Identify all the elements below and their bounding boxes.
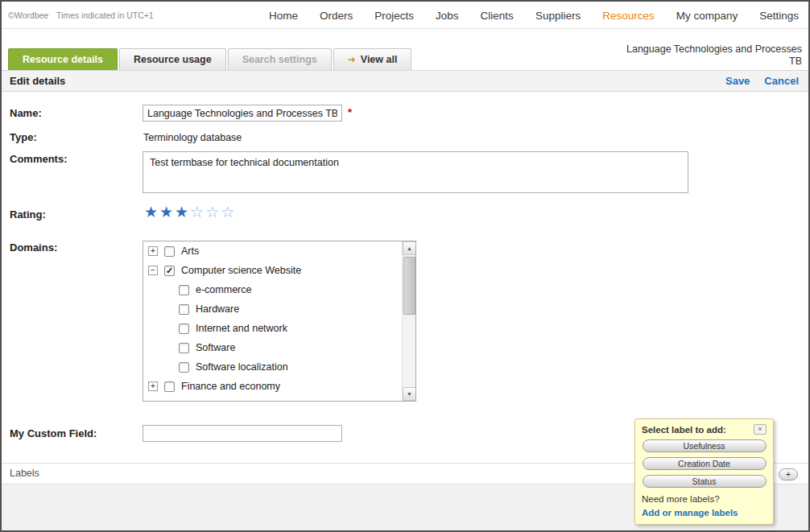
section-title: Edit details (10, 75, 65, 87)
tree-row-finance-and-economy[interactable]: + Finance and economy (143, 377, 402, 396)
tree-row-hardware[interactable]: Hardware (143, 299, 402, 319)
name-label: Name: (10, 107, 42, 119)
brand-text: ©Wordbee (8, 10, 48, 20)
add-label-button[interactable]: + (779, 468, 798, 480)
scroll-up-icon[interactable]: ▲ (403, 241, 416, 255)
tab-strip: Resource details Resource usage Search s… (8, 48, 411, 70)
label-option-creation-date[interactable]: Creation Date (643, 457, 767, 470)
checkbox[interactable] (179, 324, 189, 334)
collapse-icon[interactable]: − (148, 266, 158, 275)
tree-row-label: Internet and network (196, 323, 287, 334)
nav-item-home[interactable]: Home (269, 10, 298, 22)
popup-header: Select label to add: × (642, 424, 767, 435)
checkbox[interactable] (179, 304, 189, 315)
tree-row-software[interactable]: Software (143, 338, 402, 357)
tree-row-clipped[interactable]: + (143, 396, 402, 402)
close-icon[interactable]: × (754, 424, 767, 435)
tree-row-software-localization[interactable]: Software localization (143, 357, 402, 377)
tree-row-ecommerce[interactable]: e-commerce (143, 280, 402, 299)
edit-details-bar: Edit details Save Cancel (2, 70, 808, 92)
tree-row-label: e-commerce (196, 284, 251, 295)
tree-scrollbar[interactable]: ▲ ▼ (402, 241, 415, 401)
checkbox[interactable] (164, 401, 175, 402)
required-asterisk: * (348, 106, 352, 118)
cancel-button[interactable]: Cancel (764, 75, 799, 87)
checkbox[interactable] (179, 285, 189, 295)
checkbox[interactable] (179, 362, 189, 373)
tab-resource-usage[interactable]: Resource usage (119, 48, 226, 70)
domains-label: Domains: (10, 241, 57, 254)
tab-search-settings: Search settings (228, 48, 332, 70)
custom-field-label: My Custom Field: (10, 427, 97, 439)
nav-item-settings[interactable]: Settings (759, 10, 799, 22)
checkbox[interactable] (164, 246, 175, 257)
rating-label: Rating: (10, 208, 46, 221)
nav-item-resources[interactable]: Resources (602, 10, 655, 22)
label-picker-popup: Select label to add: × Usefulness Creati… (634, 419, 774, 525)
top-bar: ©Wordbee Times indicated in UTC+1 Home O… (2, 2, 808, 29)
tab-resource-details[interactable]: Resource details (8, 48, 118, 70)
tree-row-label: Computer science Website (181, 265, 301, 276)
tab-view-all-label: View all (361, 54, 398, 65)
timezone-note: Times indicated in UTC+1 (56, 10, 154, 20)
nav-item-my-company[interactable]: My company (676, 10, 738, 22)
checkbox[interactable] (179, 343, 189, 353)
checkbox-checked[interactable]: ✓ (164, 266, 175, 276)
tree-row-arts[interactable]: + Arts (143, 241, 402, 261)
label-option-status[interactable]: Status (643, 475, 767, 488)
manage-labels-link[interactable]: Add or manage labels (642, 508, 767, 518)
custom-field-input[interactable] (143, 425, 342, 442)
domains-tree-rows: + Arts − ✓ Computer science Website e-co… (143, 241, 402, 402)
name-input[interactable] (143, 105, 342, 122)
type-value: Terminology database (143, 132, 242, 143)
tree-row-label: Arts (181, 245, 199, 257)
scrollbar-thumb[interactable] (403, 257, 415, 315)
resource-title: Language Technologies and Processes TB (621, 43, 802, 68)
tree-row-internet-and-network[interactable]: Internet and network (143, 319, 402, 338)
toolbar-actions: Save Cancel (725, 75, 799, 87)
tree-row-label: Finance and economy (181, 381, 280, 392)
popup-note: Need more labels? (642, 494, 767, 504)
nav-item-clients[interactable]: Clients (481, 10, 514, 22)
tab-view-all[interactable]: ➜View all (333, 48, 412, 70)
app-window: ©Wordbee Times indicated in UTC+1 Home O… (0, 0, 810, 532)
main-nav: Home Orders Projects Jobs Clients Suppli… (269, 2, 799, 29)
star-filled-icon[interactable]: ★★★ (144, 204, 190, 221)
nav-item-projects[interactable]: Projects (374, 10, 414, 22)
nav-item-orders[interactable]: Orders (320, 10, 353, 22)
tree-row-label: Hardware (196, 303, 239, 315)
label-option-usefulness[interactable]: Usefulness (643, 439, 767, 452)
domains-tree-panel: + Arts − ✓ Computer science Website e-co… (143, 241, 416, 402)
checkbox[interactable] (164, 381, 175, 392)
type-label: Type: (10, 131, 37, 143)
tree-row-label: Software (196, 342, 235, 353)
arrow-right-icon: ➜ (348, 54, 356, 65)
nav-item-jobs[interactable]: Jobs (436, 10, 459, 22)
expand-icon[interactable]: + (148, 381, 158, 391)
rating-stars[interactable]: ★★★☆☆☆ (144, 203, 236, 221)
tree-row-label: Software localization (196, 361, 288, 373)
tree-row-computer-science[interactable]: − ✓ Computer science Website (143, 261, 402, 280)
expand-icon[interactable]: + (148, 246, 158, 256)
nav-item-suppliers[interactable]: Suppliers (535, 10, 581, 22)
comments-label: Comments: (10, 153, 68, 165)
comments-textarea[interactable]: Test termbase for technical documentatio… (143, 151, 688, 193)
star-empty-icon[interactable]: ☆☆☆ (190, 204, 236, 221)
scroll-down-icon[interactable]: ▼ (403, 387, 416, 401)
labels-section-title: Labels (10, 468, 39, 479)
save-button[interactable]: Save (725, 75, 750, 87)
popup-title: Select label to add: (642, 425, 726, 435)
expand-icon[interactable]: + (148, 401, 158, 402)
